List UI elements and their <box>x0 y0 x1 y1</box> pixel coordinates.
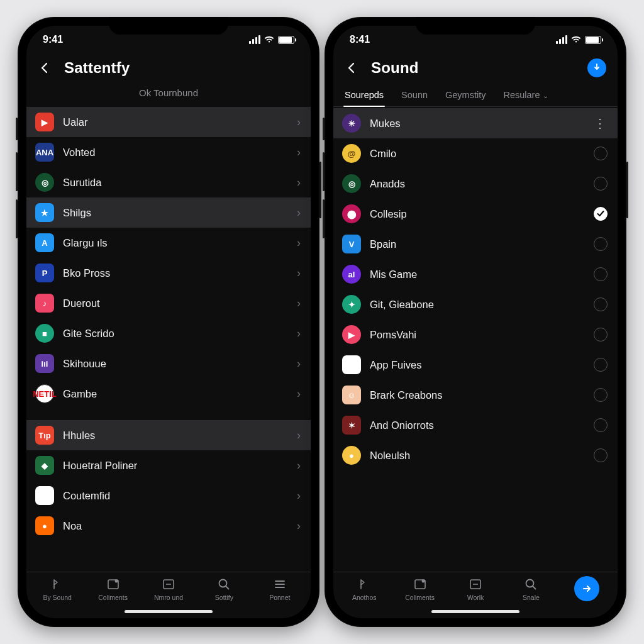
chevron-right-icon: › <box>297 358 301 369</box>
chevron-right-icon: › <box>297 490 301 501</box>
chevron-right-icon: › <box>297 388 301 399</box>
list-item[interactable]: ●Noleulsh <box>333 440 618 470</box>
app-icon: ▶ <box>35 113 54 131</box>
list-item-label: Ualar <box>63 116 288 128</box>
nav-icon <box>357 577 372 591</box>
home-indicator[interactable] <box>125 610 213 613</box>
radio-option[interactable] <box>594 448 608 462</box>
back-button[interactable] <box>34 57 55 79</box>
radio-option[interactable] <box>594 147 608 160</box>
nav-button[interactable]: Worlk <box>448 577 502 601</box>
app-icon: ■ <box>35 324 54 343</box>
battery-icon <box>585 36 601 44</box>
app-icon: ANA <box>35 143 54 162</box>
radio-option[interactable] <box>594 297 608 311</box>
list-item[interactable]: ◎Anadds <box>333 169 618 199</box>
nav-button[interactable]: Sottify <box>197 577 251 601</box>
status-bar: 8:41 <box>333 26 618 53</box>
chevron-right-icon: › <box>297 147 301 158</box>
list-item-label: Collesip <box>370 208 585 220</box>
list-item[interactable]: NETILGambe› <box>26 379 311 409</box>
chevron-right-icon: › <box>297 430 301 441</box>
sound-icon: ▶ <box>342 325 361 344</box>
nav-icon <box>216 577 231 591</box>
svg-point-3 <box>219 580 227 587</box>
nav-button[interactable]: By Sound <box>30 577 84 601</box>
list-item[interactable]: PBko Pross› <box>26 258 311 288</box>
list-item[interactable]: ▶App Fuives <box>333 350 618 380</box>
nav-button[interactable]: Nmro und <box>142 577 196 601</box>
list-item[interactable]: ★Shilgs› <box>26 197 311 228</box>
chevron-right-icon: › <box>297 267 301 279</box>
tab[interactable]: Sourepds <box>343 85 385 106</box>
list-item[interactable]: ■Gite Scrido› <box>26 318 311 348</box>
list-item[interactable]: ♪Duerout› <box>26 288 311 318</box>
header-action-button[interactable] <box>587 58 606 77</box>
phone-right: 8:41 Sound SourepdsSounnGeymstityResular… <box>325 17 626 627</box>
tab[interactable]: Resulare⌄ <box>502 85 549 106</box>
sound-list[interactable]: ✳Mukes⋮@Cmilo◎Anadds⬤CollesipVBpainalMis… <box>333 107 618 572</box>
radio-option[interactable] <box>594 267 608 281</box>
list-item[interactable]: ●Noa› <box>26 511 311 541</box>
list-item[interactable]: ▶PomsVahi <box>333 319 618 350</box>
nav-button[interactable]: Anothos <box>337 577 391 601</box>
list-item[interactable]: ☺Brark Creabons <box>333 380 618 410</box>
list-item[interactable]: iıiSkihouue› <box>26 348 311 379</box>
chevron-right-icon: › <box>297 460 301 471</box>
sound-icon: ● <box>342 446 361 465</box>
list-item[interactable]: ◆Houetral Poliner› <box>26 450 311 480</box>
home-indicator[interactable] <box>431 610 519 613</box>
list-item[interactable]: ✦Git, Gieabone <box>333 289 618 319</box>
list-item-label: Duerout <box>63 297 288 309</box>
sound-icon: ✦ <box>342 295 361 314</box>
list-item-label: PomsVahi <box>370 329 585 341</box>
nav-label: By Sound <box>43 594 72 601</box>
nav-button[interactable]: Ponnet <box>253 577 307 601</box>
app-icon: Tıp <box>35 426 54 445</box>
list-item[interactable]: alMis Game <box>333 259 618 289</box>
nav-icon <box>272 577 287 591</box>
list-item[interactable]: VBpain <box>333 229 618 259</box>
app-icon: ◧ <box>35 486 54 505</box>
list-item[interactable]: ◎Surutida› <box>26 167 311 197</box>
list-item[interactable]: ⬤Collesip <box>333 199 618 229</box>
status-indicators <box>556 35 601 44</box>
nav-label: Ponnet <box>269 594 290 601</box>
radio-option[interactable] <box>594 388 608 402</box>
nav-button[interactable]: Coliments <box>392 577 447 601</box>
nav-label: Coliments <box>405 594 435 601</box>
list-item[interactable]: ANAVohted› <box>26 137 311 167</box>
nav-button[interactable]: Snale <box>504 577 558 601</box>
list-item[interactable]: AGlargu ıls› <box>26 228 311 258</box>
back-button[interactable] <box>341 57 362 79</box>
radio-option[interactable] <box>594 358 608 372</box>
tab[interactable]: Geymstity <box>444 85 487 106</box>
nav-button[interactable]: Coliments <box>86 577 140 601</box>
radio-option[interactable] <box>594 237 608 251</box>
list-item[interactable]: TıpHhules› <box>26 420 311 450</box>
list-item[interactable]: ✳Mukes⋮ <box>333 108 618 138</box>
chevron-right-icon: › <box>297 207 301 218</box>
app-list[interactable]: ▶Ualar›ANAVohted›◎Surutida›★Shilgs›AGlar… <box>26 106 311 572</box>
phone-left: 9:41 Sattentfy Ok Tournbund ▶Ualar›ANAVo… <box>18 17 319 627</box>
wifi-icon <box>264 36 274 43</box>
list-item-label: Glargu ıls <box>63 237 288 249</box>
tab[interactable]: Sounn <box>400 85 429 106</box>
sound-icon: @ <box>342 144 361 163</box>
header: Sattentfy <box>26 53 311 85</box>
tab-bar: SourepdsSounnGeymstityResulare⌄ <box>333 85 618 107</box>
radio-option[interactable] <box>594 177 608 191</box>
radio-option[interactable] <box>594 418 608 432</box>
radio-option[interactable] <box>594 207 608 221</box>
list-item[interactable]: ▶Ualar› <box>26 107 311 137</box>
list-item[interactable]: ✶And Oniorrots <box>333 410 618 440</box>
nav-label: Sottify <box>215 594 233 601</box>
nav-label: Nmro und <box>154 594 183 601</box>
chevron-right-icon: › <box>297 328 301 339</box>
list-item[interactable]: ◧Coutemfid› <box>26 480 311 511</box>
radio-option[interactable] <box>594 328 608 341</box>
list-item[interactable]: @Cmilo <box>333 138 618 169</box>
sound-icon: ▶ <box>342 355 361 374</box>
chevron-right-icon: › <box>297 237 301 248</box>
nav-fab[interactable] <box>560 577 614 601</box>
